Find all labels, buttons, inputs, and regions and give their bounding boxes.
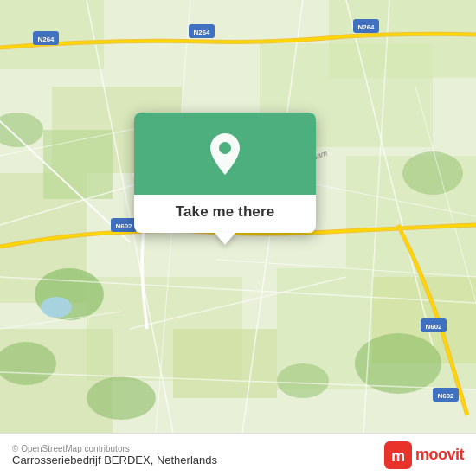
map-container: Lage Raam N264 N264 N264 N602 N602 N602 … [0,0,476,433]
popup-button-area[interactable]: Take me there [134,195,316,233]
popup-tail [215,233,235,245]
svg-text:N602: N602 [115,222,132,230]
svg-point-16 [277,363,329,398]
svg-point-17 [87,376,156,420]
location-pin-icon [206,132,244,177]
moovit-icon: m [384,441,412,469]
svg-rect-12 [173,329,277,398]
svg-text:N602: N602 [425,323,442,331]
popup-green-area [134,113,316,195]
svg-point-52 [219,142,231,154]
svg-text:N264: N264 [193,29,210,36]
footer-left: © OpenStreetMap contributors Carrosserie… [12,444,217,466]
moovit-text: moovit [415,446,464,464]
moovit-logo: m moovit [384,441,464,469]
take-me-there-button[interactable]: Take me there [176,203,274,221]
footer-bar: © OpenStreetMap contributors Carrosserie… [0,433,476,476]
svg-text:N602: N602 [437,392,454,400]
svg-point-20 [41,297,72,318]
svg-point-18 [402,151,463,195]
svg-text:N264: N264 [37,35,55,43]
svg-text:N264: N264 [357,23,375,31]
copyright-text: © OpenStreetMap contributors [12,444,217,453]
svg-text:m: m [391,447,405,465]
popup-card: Take me there [134,113,316,233]
location-title: Carrosseriebedrijf BERDEX, Netherlands [12,453,217,466]
